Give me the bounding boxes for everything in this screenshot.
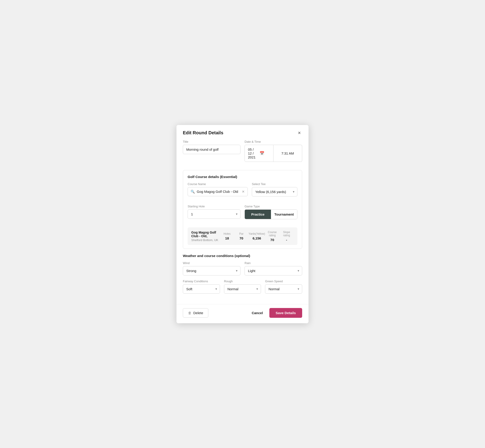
rain-label: Rain (244, 261, 302, 265)
edit-round-modal: Edit Round Details × Title Date & Time 0… (177, 125, 308, 323)
green-speed-field-group: Green Speed Slow Normal Fast Very Fast ▾ (265, 280, 302, 294)
rain-field-group: Rain None Light Moderate Heavy ▾ (244, 261, 302, 275)
select-tee-field-group: Select Tee Yellow (6,156 yards) ▾ (252, 182, 297, 196)
slope-label: Slope rating (279, 231, 294, 237)
stat-rating: Course rating 70 (265, 231, 279, 242)
stat-par: Par 70 (234, 232, 249, 240)
wind-dropdown[interactable]: Calm Light Moderate Strong Very Strong (183, 266, 241, 275)
trash-icon: 🗑 (188, 311, 192, 315)
weather-section: Weather and course conditions (optional)… (183, 254, 302, 294)
title-label: Title (183, 140, 241, 144)
starting-hole-label: Starting Hole (188, 205, 241, 208)
course-info-name: Gog Magog Golf Club - Old, Shelford Bott… (191, 231, 220, 242)
rating-label: Course rating (265, 231, 279, 237)
date-input[interactable]: 05 / 12 / 2021 📅 (244, 145, 274, 162)
select-tee-label: Select Tee (252, 182, 297, 186)
wind-rain-row: Wind Calm Light Moderate Strong Very Str… (183, 261, 302, 275)
stat-slope: Slope rating - (279, 231, 294, 242)
wind-wrapper: Calm Light Moderate Strong Very Strong ▾ (183, 266, 241, 275)
golf-course-section: Golf Course details (Essential) Course N… (183, 170, 302, 249)
time-input[interactable]: 7:31 AM (274, 145, 302, 162)
starting-hole-dropdown[interactable]: 1 2 10 (188, 209, 241, 219)
rough-field-group: Rough Short Normal Long ▾ (224, 280, 261, 294)
par-label: Par (234, 232, 249, 235)
close-button[interactable]: × (297, 130, 302, 136)
green-speed-dropdown[interactable]: Slow Normal Fast Very Fast (265, 284, 302, 294)
game-type-toggle: Practice Tournament (244, 209, 297, 219)
rating-value: 70 (265, 238, 279, 242)
wind-label: Wind (183, 261, 241, 265)
date-value: 05 / 12 / 2021 (248, 147, 258, 159)
datetime-label: Date & Time (244, 140, 302, 144)
modal-title: Edit Round Details (183, 130, 223, 136)
slope-value: - (279, 238, 294, 242)
delete-button[interactable]: 🗑 Delete (183, 308, 208, 318)
title-input[interactable] (183, 145, 241, 154)
title-field-group: Title (183, 140, 241, 162)
yards-value: 6,156 (249, 236, 265, 240)
calendar-icon: 📅 (259, 151, 270, 156)
fairway-label: Fairway Conditions (183, 280, 220, 283)
footer-right-buttons: Cancel Save Details (249, 308, 302, 318)
select-tee-dropdown[interactable]: Yellow (6,156 yards) (252, 187, 297, 196)
par-value: 70 (234, 236, 249, 240)
green-speed-wrapper: Slow Normal Fast Very Fast ▾ (265, 284, 302, 294)
tournament-button[interactable]: Tournament (271, 210, 297, 219)
course-name-field-group: Course Name 🔍 ✕ (188, 182, 248, 196)
save-button[interactable]: Save Details (269, 308, 302, 318)
course-name-label: Course Name (188, 182, 248, 186)
rain-wrapper: None Light Moderate Heavy ▾ (244, 266, 302, 275)
starting-hole-wrapper: 1 2 10 ▾ (188, 209, 241, 219)
practice-button[interactable]: Practice (245, 210, 271, 219)
course-name-input-row[interactable]: 🔍 ✕ (188, 187, 248, 196)
game-type-field-group: Game Type Practice Tournament (244, 205, 297, 219)
stat-holes: Holes 18 (220, 232, 234, 240)
modal-header: Edit Round Details × (177, 125, 308, 140)
course-info-main-name: Gog Magog Golf Club - Old, (191, 231, 220, 238)
modal-body: Title Date & Time 05 / 12 / 2021 📅 7:31 … (177, 140, 308, 304)
hole-gametype-row: Starting Hole 1 2 10 ▾ Game Type Practic… (188, 205, 297, 223)
delete-label: Delete (193, 311, 203, 315)
fairway-wrapper: Firm Normal Soft Wet ▾ (183, 284, 220, 294)
search-icon: 🔍 (191, 190, 195, 194)
time-value: 7:31 AM (277, 151, 299, 155)
holes-value: 18 (220, 236, 234, 240)
golf-course-title: Golf Course details (Essential) (188, 175, 297, 179)
fairway-dropdown[interactable]: Firm Normal Soft Wet (183, 284, 220, 294)
datetime-field-group: Date & Time 05 / 12 / 2021 📅 7:31 AM (244, 140, 302, 162)
game-type-label: Game Type (244, 205, 297, 208)
rough-wrapper: Short Normal Long ▾ (224, 284, 261, 294)
course-name-tee-row: Course Name 🔍 ✕ Select Tee Yellow (6,156… (188, 182, 297, 200)
yards-label: Yards(Yellow) (249, 232, 265, 235)
date-time-row: 05 / 12 / 2021 📅 7:31 AM (244, 145, 302, 162)
wind-field-group: Wind Calm Light Moderate Strong Very Str… (183, 261, 241, 275)
title-datetime-row: Title Date & Time 05 / 12 / 2021 📅 7:31 … (183, 140, 302, 166)
cancel-button[interactable]: Cancel (249, 308, 265, 317)
weather-title: Weather and course conditions (optional) (183, 254, 302, 258)
rough-dropdown[interactable]: Short Normal Long (224, 284, 261, 294)
holes-label: Holes (220, 232, 234, 235)
select-tee-wrapper: Yellow (6,156 yards) ▾ (252, 187, 297, 196)
stat-yards: Yards(Yellow) 6,156 (249, 232, 265, 240)
fairway-field-group: Fairway Conditions Firm Normal Soft Wet … (183, 280, 220, 294)
clear-course-icon[interactable]: ✕ (242, 190, 245, 194)
fairway-rough-green-row: Fairway Conditions Firm Normal Soft Wet … (183, 280, 302, 294)
course-info-row: Gog Magog Golf Club - Old, Shelford Bott… (188, 227, 297, 245)
green-speed-label: Green Speed (265, 280, 302, 283)
starting-hole-field-group: Starting Hole 1 2 10 ▾ (188, 205, 241, 219)
rough-label: Rough (224, 280, 261, 283)
course-name-input[interactable] (197, 190, 240, 193)
course-info-location: Shelford Bottom, UK (191, 238, 220, 242)
modal-footer: 🗑 Delete Cancel Save Details (177, 304, 308, 323)
rain-dropdown[interactable]: None Light Moderate Heavy (244, 266, 302, 275)
